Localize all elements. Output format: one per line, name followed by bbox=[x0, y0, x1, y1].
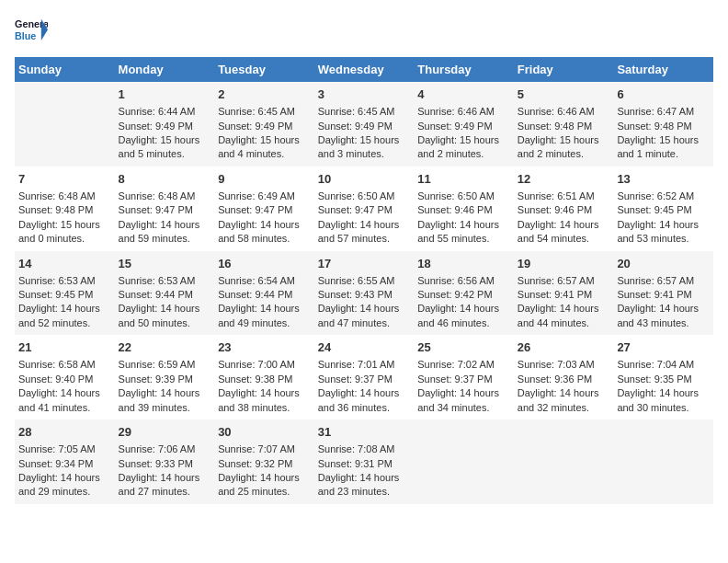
cell-info-line: Daylight: 14 hours bbox=[318, 218, 411, 232]
cell-info-line: Sunrise: 7:06 AM bbox=[119, 442, 211, 456]
cell-info-line: and 53 minutes. bbox=[617, 232, 710, 246]
calendar-cell: 18Sunrise: 6:56 AMSunset: 9:42 PMDayligh… bbox=[414, 251, 514, 336]
header-saturday: Saturday bbox=[613, 57, 713, 82]
cell-info-line: Sunrise: 6:52 AM bbox=[617, 190, 710, 203]
cell-info-line: Sunrise: 6:44 AM bbox=[119, 105, 211, 119]
week-row-2: 14Sunrise: 6:53 AMSunset: 9:45 PMDayligh… bbox=[15, 251, 713, 336]
day-number: 17 bbox=[318, 256, 411, 272]
calendar-cell: 13Sunrise: 6:52 AMSunset: 9:45 PMDayligh… bbox=[613, 167, 713, 251]
day-number: 19 bbox=[518, 256, 610, 272]
day-number: 31 bbox=[318, 424, 411, 441]
cell-info-line: Daylight: 15 hours bbox=[318, 133, 411, 147]
cell-info-line: Sunrise: 6:53 AM bbox=[18, 274, 111, 288]
calendar-cell: 5Sunrise: 6:46 AMSunset: 9:48 PMDaylight… bbox=[514, 82, 614, 167]
cell-info-line: and 59 minutes. bbox=[119, 232, 211, 246]
day-number: 8 bbox=[119, 171, 211, 188]
cell-info-line: Sunrise: 6:45 AM bbox=[218, 105, 311, 119]
cell-info-line: Daylight: 14 hours bbox=[119, 386, 211, 400]
logo: GeneralBlue bbox=[15, 15, 48, 48]
calendar-cell: 3Sunrise: 6:45 AMSunset: 9:49 PMDaylight… bbox=[314, 82, 415, 167]
calendar-cell: 4Sunrise: 6:46 AMSunset: 9:49 PMDaylight… bbox=[414, 82, 514, 167]
header-monday: Monday bbox=[115, 57, 215, 82]
calendar-cell: 10Sunrise: 6:50 AMSunset: 9:47 PMDayligh… bbox=[314, 167, 415, 251]
calendar-cell: 6Sunrise: 6:47 AMSunset: 9:48 PMDaylight… bbox=[613, 82, 713, 167]
cell-info-line: and 4 minutes. bbox=[218, 147, 311, 161]
cell-info-line: Daylight: 14 hours bbox=[218, 302, 311, 316]
calendar-cell: 12Sunrise: 6:51 AMSunset: 9:46 PMDayligh… bbox=[514, 167, 614, 251]
calendar-cell: 7Sunrise: 6:48 AMSunset: 9:48 PMDaylight… bbox=[15, 167, 115, 251]
cell-info-line: Sunset: 9:46 PM bbox=[518, 203, 610, 217]
cell-info-line: Sunrise: 7:00 AM bbox=[218, 358, 311, 372]
calendar-cell: 17Sunrise: 6:55 AMSunset: 9:43 PMDayligh… bbox=[314, 251, 415, 336]
cell-info-line: Sunset: 9:43 PM bbox=[318, 288, 411, 302]
cell-info-line: and 57 minutes. bbox=[318, 232, 411, 246]
calendar-cell bbox=[414, 419, 514, 504]
cell-info-line: and 5 minutes. bbox=[119, 147, 211, 161]
calendar-body: 1Sunrise: 6:44 AMSunset: 9:49 PMDaylight… bbox=[15, 82, 713, 504]
cell-info-line: and 55 minutes. bbox=[417, 232, 510, 246]
cell-info-line: and 54 minutes. bbox=[518, 232, 610, 246]
cell-info-line: Sunrise: 7:05 AM bbox=[18, 442, 111, 456]
cell-info-line: Daylight: 14 hours bbox=[318, 302, 411, 316]
cell-info-line: Sunset: 9:49 PM bbox=[119, 120, 211, 133]
day-number: 28 bbox=[18, 424, 111, 441]
cell-info-line: Daylight: 14 hours bbox=[218, 218, 311, 232]
day-number: 13 bbox=[617, 171, 710, 188]
cell-info-line: Sunrise: 6:45 AM bbox=[318, 105, 411, 119]
week-row-3: 21Sunrise: 6:58 AMSunset: 9:40 PMDayligh… bbox=[15, 335, 713, 419]
week-row-1: 7Sunrise: 6:48 AMSunset: 9:48 PMDaylight… bbox=[15, 167, 713, 251]
day-number: 4 bbox=[417, 86, 510, 103]
cell-info-line: Sunset: 9:45 PM bbox=[617, 203, 710, 217]
cell-info-line: Sunrise: 6:58 AM bbox=[18, 358, 111, 372]
calendar-cell: 30Sunrise: 7:07 AMSunset: 9:32 PMDayligh… bbox=[214, 419, 314, 504]
cell-info-line: Sunset: 9:47 PM bbox=[218, 203, 311, 217]
cell-info-line: Sunrise: 7:01 AM bbox=[318, 358, 411, 372]
cell-info-line: Daylight: 14 hours bbox=[417, 218, 510, 232]
day-number: 1 bbox=[119, 86, 211, 103]
cell-info-line: Daylight: 15 hours bbox=[617, 133, 710, 147]
cell-info-line: Daylight: 14 hours bbox=[18, 471, 111, 485]
calendar-cell: 22Sunrise: 6:59 AMSunset: 9:39 PMDayligh… bbox=[115, 335, 215, 419]
calendar-cell bbox=[514, 419, 614, 504]
cell-info-line: Sunset: 9:44 PM bbox=[218, 288, 311, 302]
cell-info-line: Daylight: 14 hours bbox=[617, 386, 710, 400]
cell-info-line: and 32 minutes. bbox=[518, 401, 610, 415]
cell-info-line: Daylight: 14 hours bbox=[218, 386, 311, 400]
week-row-0: 1Sunrise: 6:44 AMSunset: 9:49 PMDaylight… bbox=[15, 82, 713, 167]
cell-info-line: and 47 minutes. bbox=[318, 316, 411, 330]
calendar-cell bbox=[613, 419, 713, 504]
cell-info-line: Sunrise: 6:48 AM bbox=[119, 190, 211, 203]
cell-info-line: Daylight: 14 hours bbox=[417, 302, 510, 316]
calendar-header: SundayMondayTuesdayWednesdayThursdayFrid… bbox=[15, 57, 713, 82]
calendar-cell: 28Sunrise: 7:05 AMSunset: 9:34 PMDayligh… bbox=[15, 419, 115, 504]
svg-text:Blue: Blue bbox=[15, 30, 36, 41]
cell-info-line: Daylight: 15 hours bbox=[218, 133, 311, 147]
day-number: 7 bbox=[18, 171, 111, 188]
cell-info-line: Daylight: 14 hours bbox=[218, 471, 311, 485]
calendar-cell: 19Sunrise: 6:57 AMSunset: 9:41 PMDayligh… bbox=[514, 251, 614, 336]
cell-info-line: Sunset: 9:32 PM bbox=[218, 457, 311, 471]
cell-info-line: and 23 minutes. bbox=[318, 485, 411, 499]
cell-info-line: Sunset: 9:48 PM bbox=[518, 120, 610, 133]
day-number: 2 bbox=[218, 86, 311, 103]
day-number: 21 bbox=[18, 339, 111, 356]
calendar-cell: 25Sunrise: 7:02 AMSunset: 9:37 PMDayligh… bbox=[414, 335, 514, 419]
day-number: 15 bbox=[119, 256, 211, 272]
day-number: 9 bbox=[218, 171, 311, 188]
cell-info-line: Sunrise: 6:46 AM bbox=[518, 105, 610, 119]
day-number: 26 bbox=[518, 339, 610, 356]
calendar-cell: 20Sunrise: 6:57 AMSunset: 9:41 PMDayligh… bbox=[613, 251, 713, 336]
cell-info-line: Sunset: 9:49 PM bbox=[318, 120, 411, 133]
cell-info-line: Sunrise: 6:46 AM bbox=[417, 105, 510, 119]
day-number: 14 bbox=[18, 256, 111, 272]
calendar-cell: 29Sunrise: 7:06 AMSunset: 9:33 PMDayligh… bbox=[115, 419, 215, 504]
cell-info-line: Daylight: 14 hours bbox=[119, 218, 211, 232]
cell-info-line: and 44 minutes. bbox=[518, 316, 610, 330]
cell-info-line: and 38 minutes. bbox=[218, 401, 311, 415]
cell-info-line: Sunset: 9:44 PM bbox=[119, 288, 211, 302]
cell-info-line: Sunset: 9:35 PM bbox=[617, 373, 710, 386]
cell-info-line: and 52 minutes. bbox=[18, 316, 111, 330]
cell-info-line: Sunset: 9:46 PM bbox=[417, 203, 510, 217]
cell-info-line: and 27 minutes. bbox=[119, 485, 211, 499]
cell-info-line: Daylight: 14 hours bbox=[119, 302, 211, 316]
